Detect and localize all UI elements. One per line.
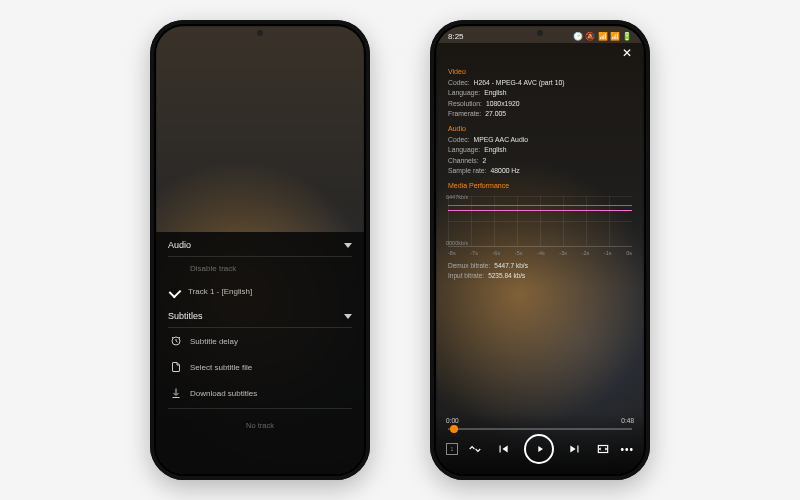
video-resolution-row: Resolution:1080x1920 bbox=[448, 99, 632, 110]
duration: 0:48 bbox=[621, 417, 634, 424]
file-icon bbox=[170, 361, 182, 373]
subtitles-section-header[interactable]: Subtitles bbox=[168, 303, 352, 328]
player-controls: 0:00 0:48 1 bbox=[436, 413, 644, 474]
chart-line-input bbox=[448, 210, 632, 211]
clock-sync-icon bbox=[170, 335, 182, 347]
audio-samplerate-row: Sample rate:48000 Hz bbox=[448, 166, 632, 177]
video-codec-row: Codec:H264 - MPEG-4 AVC (part 10) bbox=[448, 78, 632, 89]
no-track-label: No track bbox=[168, 411, 352, 430]
chart-xticks: -8s-7s-6s-5s-4s-3s-2s-1s0s bbox=[448, 247, 632, 258]
more-icon[interactable]: ••• bbox=[620, 444, 634, 455]
media-info-panel: Video Codec:H264 - MPEG-4 AVC (part 10) … bbox=[436, 43, 644, 287]
video-section-label: Video bbox=[448, 67, 632, 78]
demux-bitrate-row: Demux bitrate:5447.7 kb/s bbox=[448, 261, 632, 271]
download-subtitles-label: Download subtitles bbox=[190, 389, 257, 398]
audio-codec-row: Codec:MPEG AAC Audio bbox=[448, 135, 632, 146]
statusbar-time: 8:25 bbox=[448, 32, 464, 41]
audio-header-label: Audio bbox=[168, 240, 191, 250]
subtitles-header-label: Subtitles bbox=[168, 311, 203, 321]
download-subtitles-row[interactable]: Download subtitles bbox=[168, 380, 352, 406]
skip-prev-icon[interactable] bbox=[496, 442, 510, 456]
disable-track-row[interactable]: Disable track bbox=[168, 257, 352, 280]
track-1-label: Track 1 - [English] bbox=[188, 287, 252, 296]
audio-section-label: Audio bbox=[448, 124, 632, 135]
subtitle-delay-label: Subtitle delay bbox=[190, 337, 238, 346]
playlist-badge[interactable]: 1 bbox=[446, 443, 458, 455]
tracks-sheet: Audio Disable track Track 1 - [English] … bbox=[156, 232, 364, 474]
seek-thumb[interactable] bbox=[450, 425, 458, 433]
audio-channels-row: Channels:2 bbox=[448, 156, 632, 167]
divider bbox=[168, 408, 352, 409]
input-bitrate-row: Input bitrate:5235.84 kb/s bbox=[448, 271, 632, 281]
select-subtitle-label: Select subtitle file bbox=[190, 363, 252, 372]
phone-right: 8:25 🕑 🔕 📶 📶 🔋 ✕ Video Codec:H264 - MPEG… bbox=[430, 20, 650, 480]
select-subtitle-file-row[interactable]: Select subtitle file bbox=[168, 354, 352, 380]
subtitle-delay-row[interactable]: Subtitle delay bbox=[168, 328, 352, 354]
video-language-row: Language:English bbox=[448, 88, 632, 99]
close-button[interactable]: ✕ bbox=[622, 46, 632, 60]
check-icon bbox=[169, 285, 182, 298]
statusbar: 8:25 🕑 🔕 📶 📶 🔋 bbox=[436, 26, 644, 43]
statusbar-icons: 🕑 🔕 📶 📶 🔋 bbox=[573, 32, 632, 41]
video-framerate-row: Framerate:27.005 bbox=[448, 109, 632, 120]
current-time: 0:00 bbox=[446, 417, 459, 424]
chevron-down-icon bbox=[344, 243, 352, 248]
chevron-down-icon bbox=[344, 314, 352, 319]
bitrate-chart: 6447kb/s 0000kb/s bbox=[448, 196, 632, 247]
performance-section-label: Media Performance bbox=[448, 181, 632, 192]
seek-bar[interactable] bbox=[448, 428, 632, 430]
rotate-icon[interactable] bbox=[468, 442, 482, 456]
expand-icon[interactable] bbox=[596, 442, 610, 456]
play-button[interactable] bbox=[524, 434, 554, 464]
track-1-row[interactable]: Track 1 - [English] bbox=[168, 280, 352, 303]
download-icon bbox=[170, 387, 182, 399]
audio-section-header[interactable]: Audio bbox=[168, 232, 352, 257]
audio-language-row: Language:English bbox=[448, 145, 632, 156]
video-viewport[interactable] bbox=[156, 26, 364, 232]
chart-line-demux bbox=[448, 205, 632, 206]
disable-track-label: Disable track bbox=[190, 264, 236, 273]
phone-left: Audio Disable track Track 1 - [English] … bbox=[150, 20, 370, 480]
skip-next-icon[interactable] bbox=[568, 442, 582, 456]
